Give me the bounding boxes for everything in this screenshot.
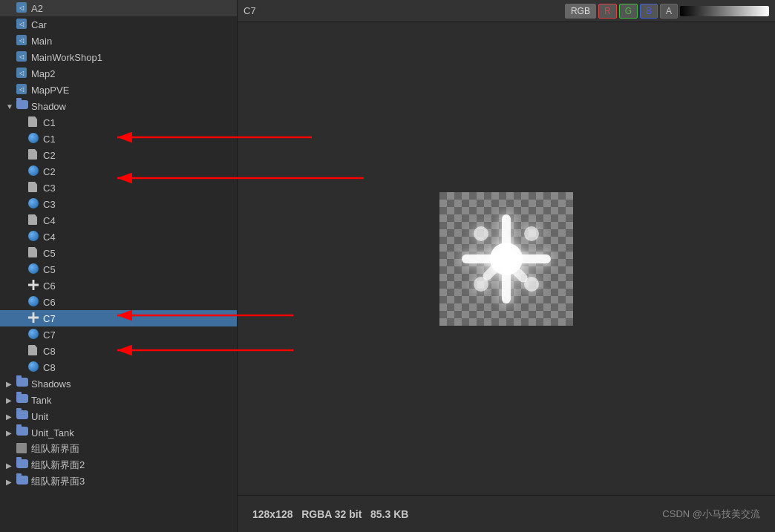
tree-label-c2-doc: C2 [43,150,56,161]
tree-item-group2[interactable]: ▶组队新界面2 [0,457,237,473]
tree-item-c4-sphere[interactable]: C4 [0,229,237,245]
sphere-icon [28,329,40,341]
tree-item-shadow-folder[interactable]: ▼Shadow [0,98,237,114]
sphere-icon [28,198,40,210]
top-bar-label: C7 [243,5,559,16]
texture-preview [439,192,573,326]
tree-label-mainworkshop1: MainWorkShop1 [31,52,102,63]
tree-item-map2[interactable]: ◁Map2 [0,65,237,82]
tree-item-c2-doc[interactable]: C2 [0,147,237,163]
tree-label-group2: 组队新界面2 [31,459,85,472]
tree-item-shadows-folder[interactable]: ▶Shadows [0,375,237,392]
tree-label-c4-sphere: C4 [43,231,56,243]
right-panel: C7 RGB R G B A [238,0,775,532]
svg-point-10 [524,277,539,292]
tree-label-tank-folder: Tank [31,395,51,406]
tree-label-c8-doc: C8 [43,346,56,357]
star-shape [439,192,573,326]
tree-label-shadow-folder: Shadow [31,101,66,112]
doc-icon [28,149,40,161]
tree-label-c5-sphere: C5 [43,264,56,275]
tree-label-a2: A2 [31,3,43,14]
doc-icon [28,182,40,194]
scene-icon: ◁ [16,68,28,79]
tree-item-c4-doc[interactable]: C4 [0,212,237,229]
mesh-icon [28,280,40,292]
sphere-icon [28,165,40,177]
tree-item-car[interactable]: ◁Car [0,16,237,33]
tree-label-c3-doc: C3 [43,183,56,194]
tree-item-mainworkshop1[interactable]: ◁MainWorkShop1 [0,49,237,65]
b-channel-button[interactable]: B [640,4,658,19]
texture-filesize: 85.3 KB [370,508,408,520]
tree-item-c5-doc[interactable]: C5 [0,245,237,261]
mesh-icon [28,312,40,324]
tree-item-c3-sphere[interactable]: C3 [0,196,237,212]
tree-label-c7-sphere: C7 [43,329,56,341]
tree-label-c7-mesh: C7 [43,313,56,324]
tree-label-unit-tank-folder: Unit_Tank [31,427,74,439]
tree-label-mappve: MapPVE [31,85,69,96]
r-channel-button[interactable]: R [598,4,617,19]
scene-icon: ◁ [16,19,28,30]
tree-item-group1[interactable]: 组队新界面 [0,441,237,457]
doc-icon [28,345,40,357]
gradient-bar [680,6,769,16]
sphere-icon [28,231,40,243]
folder-icon [16,476,28,487]
tree-item-c8-sphere[interactable]: C8 [0,359,237,375]
tree-item-unit-tank-folder[interactable]: ▶Unit_Tank [0,424,237,441]
tree-item-unit-folder[interactable]: ▶Unit [0,408,237,424]
scene-icon: ◁ [16,2,28,14]
sphere-icon [28,296,40,308]
tree-item-mappve[interactable]: ◁MapPVE [0,82,237,98]
tree-label-group1: 组队新界面 [31,442,79,456]
tree-item-c5-sphere[interactable]: C5 [0,261,237,278]
tree-item-c1-doc[interactable]: C1 [0,114,237,131]
tree-label-c4-doc: C4 [43,215,56,226]
tree-label-shadows-folder: Shadows [31,378,71,390]
folder-icon [16,100,28,112]
preview-area [238,22,775,495]
tree-label-c8-sphere: C8 [43,362,56,373]
sphere-icon [28,361,40,373]
tree-item-c1-sphere[interactable]: C1 [0,131,237,147]
svg-point-9 [474,277,488,292]
scene-icon: ◁ [16,84,28,96]
tree-item-c7-sphere[interactable]: C7 [0,326,237,343]
a-channel-button[interactable]: A [660,4,678,19]
tree-item-c7-mesh[interactable]: C7 [0,310,237,326]
tree-label-group3: 组队新界面3 [31,475,85,488]
tree-item-tank-folder[interactable]: ▶Tank [0,392,237,408]
tree-item-c8-doc[interactable]: C8 [0,343,237,359]
scene-icon: ◁ [16,35,28,47]
tree-label-c6-mesh: C6 [43,280,56,292]
bottom-info: 128x128 RGBA 32 bit 85.3 KB CSDN @小马技美交流 [238,495,775,532]
doc-icon [28,247,40,259]
folder-icon [16,378,28,390]
doc-icon [28,116,40,128]
scene-icon: ◁ [16,51,28,63]
doc-icon [28,214,40,226]
tree-item-group3[interactable]: ▶组队新界面3 [0,473,237,490]
tree-label-main: Main [31,36,52,47]
g-channel-button[interactable]: G [619,4,638,19]
tree-item-main[interactable]: ◁Main [0,33,237,49]
rgb-button[interactable]: RGB [565,4,596,19]
svg-point-8 [524,226,539,241]
tree-label-c2-sphere: C2 [43,166,56,177]
doc-icon [16,443,28,455]
folder-icon [16,394,28,406]
tree-item-c6-mesh[interactable]: C6 [0,278,237,294]
folder-icon [16,459,28,471]
tree-item-a2[interactable]: ◁A2 [0,0,237,16]
top-bar: C7 RGB R G B A [238,0,775,22]
tree-label-c6-sphere: C6 [43,297,56,308]
tree-item-c3-doc[interactable]: C3 [0,180,237,196]
texture-info: 128x128 RGBA 32 bit 85.3 KB [252,508,408,520]
folder-icon [16,427,28,439]
tree-label-car: Car [31,19,47,30]
svg-point-7 [474,226,488,241]
tree-item-c2-sphere[interactable]: C2 [0,163,237,180]
tree-item-c6-sphere[interactable]: C6 [0,294,237,310]
